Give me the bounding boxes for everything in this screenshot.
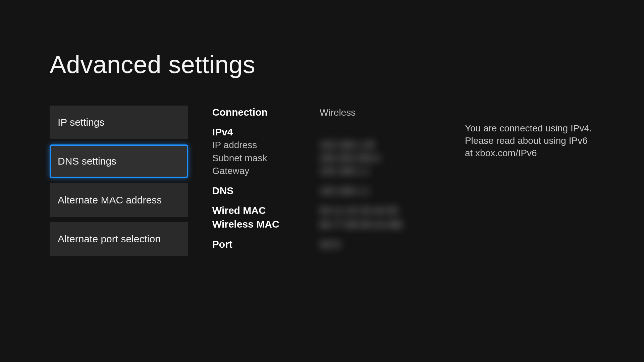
ip-address-value: 192.168.1.45	[320, 139, 451, 151]
gateway-value: 192.168.1.1	[320, 165, 451, 177]
sidebar-item-alternate-port-selection[interactable]: Alternate port selection	[50, 222, 188, 256]
wireless-mac-label: Wireless MAC	[212, 218, 320, 231]
subnet-mask-label: Subnet mask	[212, 152, 320, 164]
sidebar-item-label: Alternate port selection	[58, 233, 161, 245]
details-panel: Connection Wireless IPv4 IP address 192.…	[212, 106, 451, 256]
page-title: Advanced settings	[50, 50, 597, 79]
sidebar-item-label: Alternate MAC address	[58, 194, 162, 206]
port-value: 3074	[320, 239, 451, 251]
subnet-mask-value: 255.255.255.0	[320, 152, 451, 164]
dns-value: 192.168.1.1	[320, 185, 451, 197]
gateway-label: Gateway	[212, 165, 320, 177]
sidebar: IP settings DNS settings Alternate MAC a…	[50, 106, 188, 256]
info-text: You are connected using IPv4. Please rea…	[465, 122, 597, 160]
wireless-mac-value: 66-77-88-99-AA-BB	[320, 219, 451, 231]
connection-label: Connection	[212, 106, 320, 119]
port-label: Port	[212, 238, 320, 251]
ipv4-label: IPv4	[212, 125, 320, 138]
sidebar-item-label: IP settings	[58, 117, 105, 128]
sidebar-item-ip-settings[interactable]: IP settings	[50, 106, 188, 139]
dns-label: DNS	[212, 184, 320, 197]
sidebar-item-label: DNS settings	[58, 156, 116, 167]
connection-value: Wireless	[320, 107, 451, 119]
ip-address-label: IP address	[212, 139, 320, 151]
sidebar-item-alternate-mac-address[interactable]: Alternate MAC address	[50, 183, 188, 217]
wired-mac-value: 00-11-22-33-44-55	[320, 205, 451, 217]
info-panel: You are connected using IPv4. Please rea…	[465, 106, 597, 256]
wired-mac-label: Wired MAC	[212, 204, 320, 217]
sidebar-item-dns-settings[interactable]: DNS settings	[50, 144, 188, 178]
